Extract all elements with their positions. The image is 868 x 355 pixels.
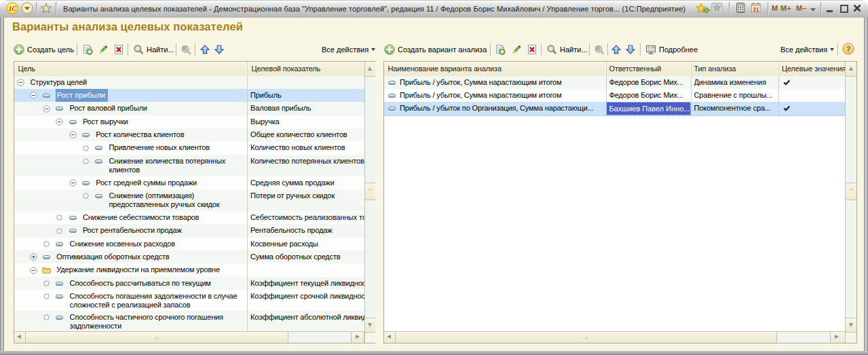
svg-text:31: 31: [753, 6, 759, 13]
svg-text:?: ?: [846, 45, 851, 53]
svg-text:1С: 1С: [9, 5, 17, 12]
